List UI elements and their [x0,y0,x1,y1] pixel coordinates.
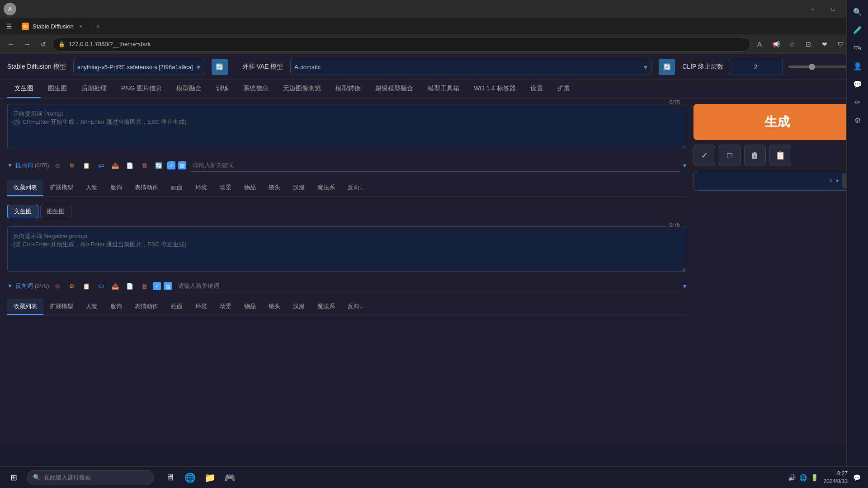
split-screen-button[interactable]: ⊡ [801,37,816,52]
chevron-down-icon-pos[interactable]: ▼ [7,162,13,169]
tab-img2img[interactable]: 图生图 [41,80,74,98]
cat-tab-expressions[interactable]: 表情动作 [128,180,165,196]
output-input[interactable] [698,178,826,184]
tab-model-toolbox[interactable]: 模型工具箱 [420,80,467,98]
tab-super-merger[interactable]: 超级模型融合 [368,80,420,98]
cat-tab-negative[interactable]: 反向… [341,180,372,196]
cat-tab-items[interactable]: 物品 [238,180,262,196]
tab-infinite-browser[interactable]: 无边图像浏览 [276,80,328,98]
neg-cat-tab-expressions[interactable]: 表情动作 [128,299,165,315]
keyword-checkbox1[interactable]: ✓ [167,161,175,169]
neg-cat-tab-location[interactable]: 场景 [213,299,238,315]
sub-tab-img2img[interactable]: 图生图 [40,205,71,218]
cat-tab-clothing[interactable]: 服饰 [104,180,128,196]
neg-keyword-settings-btn[interactable]: ⚙ [66,280,78,292]
new-tab-button[interactable]: + [92,20,104,33]
keyword-delete-btn[interactable]: 🗑 [138,160,150,171]
cat-tab-location[interactable]: 场景 [213,180,238,196]
tab-extras[interactable]: 后期处理 [74,80,114,98]
keyword-sync-btn[interactable]: 🔄 [153,160,165,171]
address-bar[interactable]: 🔒 127.0.0.1:7860/?__theme=dark [52,37,750,52]
translate-button[interactable]: A [752,37,767,52]
keyword-checkbox2[interactable]: ▨ [178,161,186,169]
maximize-button[interactable]: □ [823,2,844,16]
collections-button[interactable]: ❤ [817,37,832,52]
neg-cat-tab-magic[interactable]: 魔法系 [311,299,341,315]
edge-sidebar-settings[interactable]: ⚙ [849,112,866,128]
browser-tab-stable-diffusion[interactable]: SD Stable Diffusion × [16,19,90,33]
edge-sidebar-profile[interactable]: 👤 [849,58,866,74]
neg-keyword-tag-btn[interactable]: 🏷 [95,280,107,292]
generate-button[interactable]: 生成 [693,104,861,140]
neg-keyword-red-circle-btn[interactable]: ⊙ [52,280,63,292]
tab-system-info[interactable]: 系统信息 [236,80,276,98]
delete-action-button[interactable]: 🗑 [744,145,766,166]
negative-prompt-textarea[interactable] [7,226,686,272]
cat-tab-characters[interactable]: 人物 [80,180,104,196]
edge-sidebar-chat[interactable]: 💬 [849,76,866,92]
neg-keyword-add-btn[interactable]: 📋 [80,280,92,292]
cat-tab-hanfu[interactable]: 汉服 [287,180,311,196]
favorites-button[interactable]: ☆ [785,37,799,52]
tab-png-info[interactable]: PNG 图片信息 [114,80,169,98]
read-aloud-button[interactable]: 📢 [769,37,783,52]
cat-tab-camera[interactable]: 镜头 [262,180,287,196]
copy-action-button[interactable]: □ [719,145,741,166]
edge-sidebar-tools[interactable]: ✏ [849,94,866,110]
neg-keyword-checkbox2[interactable]: ▨ [164,282,172,290]
vae-model-refresh-button[interactable]: 🔄 [659,59,675,75]
neg-keyword-upload-btn[interactable]: 📤 [109,280,121,292]
refresh-button[interactable]: ↺ [36,37,51,52]
notification-icon[interactable]: 💬 [853,474,861,481]
sidebar-toggle-button[interactable]: ☰ [2,19,16,33]
neg-keyword-copy-btn[interactable]: 📄 [124,280,136,292]
arrow-down-icon[interactable]: ▾ [836,178,839,184]
back-button[interactable]: ← [4,37,18,52]
sub-tab-txt2img[interactable]: 文生图 [7,205,38,218]
neg-cat-tab-environment[interactable]: 环境 [189,299,213,315]
neg-keyword-expand-btn[interactable]: ▾ [683,282,686,290]
start-button[interactable]: ⊞ [4,468,24,488]
tab-extensions[interactable]: 扩展 [550,80,577,98]
vae-model-select[interactable]: Automatic ▾ [290,59,651,75]
profile-icon[interactable]: A [4,3,16,15]
cat-tab-extension-models[interactable]: 扩展模型 [43,180,80,196]
neg-cat-tab-items[interactable]: 物品 [238,299,262,315]
tab-close-button[interactable]: × [77,23,85,30]
cat-tab-environment[interactable]: 环境 [189,180,213,196]
forward-button[interactable]: → [20,37,34,52]
taskbar-search-bar[interactable]: 🔍 在此键入进行搜索 [27,470,154,485]
edge-sidebar-search[interactable]: 🔍 [849,4,866,20]
edge-sidebar-labs[interactable]: 🧪 [849,22,866,38]
neg-cat-tab-camera[interactable]: 镜头 [262,299,287,315]
neg-cat-tab-characters[interactable]: 人物 [80,299,104,315]
neg-cat-tab-scene[interactable]: 画面 [165,299,189,315]
keyword-settings-btn[interactable]: ⚙ [66,160,78,171]
cat-tab-magic[interactable]: 魔法系 [311,180,341,196]
minimize-button[interactable]: − [802,2,823,16]
clip-value-input[interactable]: 2 [729,59,783,75]
neg-keyword-checkbox1[interactable]: ✓ [153,282,161,290]
network-icon[interactable]: 🌐 [799,474,807,481]
volume-icon[interactable]: 🔊 [788,474,796,481]
cat-tab-favorites[interactable]: 收藏列表 [7,180,43,196]
positive-prompt-textarea[interactable] [7,104,686,149]
taskbar-app-task-view[interactable]: 🖥 [161,469,179,487]
keyword-add-btn[interactable]: 📋 [80,160,92,171]
chevron-down-icon-neg[interactable]: ▼ [7,283,13,289]
neg-cat-tab-negative[interactable]: 反向… [341,299,372,315]
taskbar-clock[interactable]: 8:27 2024/8/13 [824,470,848,485]
tab-wd-tagger[interactable]: WD 1.4 标签器 [467,80,523,98]
sd-model-select[interactable]: anything-v5-PrtRE.safetensors [7f96a1a9c… [73,59,204,75]
negative-keyword-input[interactable] [175,280,680,292]
tab-model-converter[interactable]: 模型转换 [328,80,368,98]
neg-cat-tab-favorites[interactable]: 收藏列表 [7,299,43,315]
battery-icon[interactable]: 🔋 [811,474,818,481]
keyword-tag-btn[interactable]: 🏷 [95,160,107,171]
output-close-icon[interactable]: × [829,178,832,184]
tab-checkpoint-merger[interactable]: 模型融合 [169,80,209,98]
confirm-action-button[interactable]: ✓ [693,145,715,166]
cat-tab-scene[interactable]: 画面 [165,180,189,196]
neg-cat-tab-extension-models[interactable]: 扩展模型 [43,299,80,315]
neg-cat-tab-hanfu[interactable]: 汉服 [287,299,311,315]
